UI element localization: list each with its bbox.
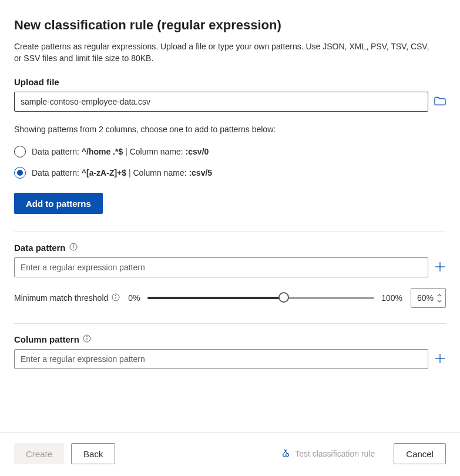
threshold-value: 60% <box>411 293 436 303</box>
chevron-up-icon[interactable] <box>436 292 443 298</box>
page-title: New classification rule (regular express… <box>14 18 446 33</box>
add-column-pattern-icon[interactable] <box>434 353 446 366</box>
radio-icon <box>14 167 26 179</box>
add-to-patterns-button[interactable]: Add to patterns <box>14 193 103 214</box>
info-icon[interactable] <box>69 243 78 253</box>
column-pattern-label: Column pattern <box>14 334 79 344</box>
pattern-option-0[interactable]: Data pattern: ^/home .*$ | Column name: … <box>14 141 446 162</box>
chevron-down-icon[interactable] <box>436 298 443 304</box>
svg-point-2 <box>73 245 73 246</box>
beaker-icon <box>281 448 290 460</box>
upload-file-input[interactable] <box>14 92 428 112</box>
page-description: Create patterns as regular expressions. … <box>14 41 437 64</box>
svg-point-10 <box>86 337 87 337</box>
divider <box>14 323 446 324</box>
back-button[interactable]: Back <box>71 443 115 464</box>
test-classification-link: Test classification rule <box>281 448 375 460</box>
threshold-label: Minimum match threshold <box>14 293 108 303</box>
radio-icon <box>14 146 26 157</box>
pattern-option-1[interactable]: Data pattern: ^[a-zA-Z]+$ | Column name:… <box>14 162 446 183</box>
threshold-min: 0% <box>128 293 140 303</box>
folder-icon[interactable] <box>434 96 446 108</box>
divider <box>14 232 446 232</box>
cancel-button[interactable]: Cancel <box>394 443 446 464</box>
upload-file-label: Upload file <box>14 77 446 87</box>
add-data-pattern-icon[interactable] <box>434 261 446 274</box>
showing-columns-text: Showing patterns from 2 columns, choose … <box>14 125 446 134</box>
data-pattern-input[interactable] <box>14 257 428 277</box>
svg-point-7 <box>116 295 116 296</box>
data-pattern-label: Data pattern <box>14 243 66 253</box>
column-pattern-input[interactable] <box>14 349 428 369</box>
threshold-spinner[interactable]: 60% <box>411 288 446 308</box>
info-icon[interactable] <box>83 334 91 344</box>
threshold-slider[interactable] <box>147 297 375 299</box>
create-button: Create <box>14 443 64 464</box>
info-icon[interactable] <box>112 293 120 303</box>
threshold-max: 100% <box>381 293 402 303</box>
